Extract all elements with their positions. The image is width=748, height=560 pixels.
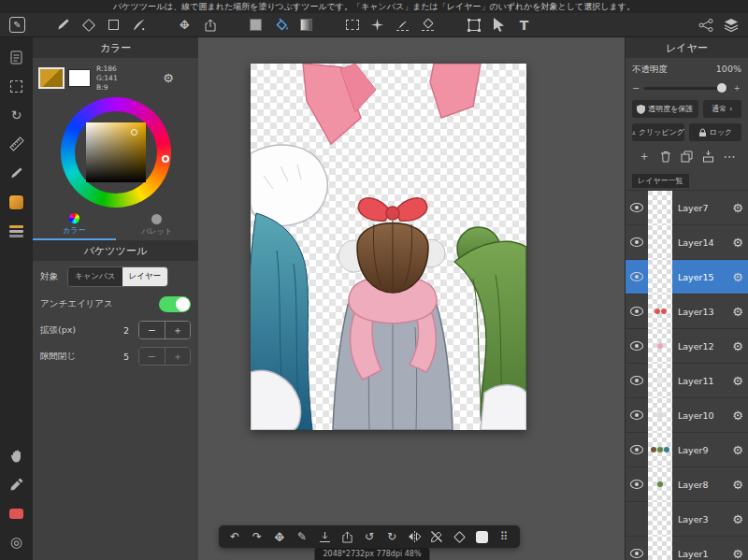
layers-panel-toggle-button[interactable] [718, 15, 743, 36]
layer-row[interactable]: Layer15 ⚙ [626, 260, 748, 294]
magic-wand-tool-button[interactable] [365, 15, 390, 36]
disable-draw-button[interactable] [425, 527, 448, 546]
layer-settings-gear-icon[interactable]: ⚙ [732, 512, 748, 526]
text-tool-button[interactable]: T [511, 15, 537, 36]
gradient-tool-button[interactable] [294, 15, 319, 36]
layer-row[interactable]: Layer10 ⚙ [626, 398, 748, 433]
eraser-tool-button[interactable] [76, 15, 101, 36]
material-panel-button[interactable] [470, 527, 493, 546]
blend-mode-button[interactable]: 通常 › [703, 100, 741, 118]
draw-pencil-button[interactable]: ✎ [291, 527, 313, 546]
select-eraser-tool-button[interactable] [415, 15, 440, 36]
select-pen-tool-button[interactable] [390, 15, 415, 36]
layer-visibility-toggle[interactable] [626, 445, 648, 454]
layer-settings-gear-icon[interactable]: ⚙ [732, 443, 748, 457]
layer-thumbnail[interactable] [648, 502, 672, 537]
saturation-value-square[interactable] [86, 122, 146, 182]
opacity-slider-thumb[interactable] [717, 83, 726, 93]
save-button[interactable] [313, 527, 336, 546]
layer-settings-gear-icon[interactable]: ⚙ [732, 305, 748, 319]
layer-thumbnail[interactable] [648, 537, 672, 560]
rotate-cw-button[interactable]: ↻ [381, 527, 403, 546]
export-share-button[interactable] [336, 527, 358, 546]
layer-row[interactable]: Layer3 ⚙ [626, 502, 748, 537]
materials-button[interactable] [6, 221, 28, 241]
fill-tool-button[interactable] [243, 15, 268, 36]
more-options-button[interactable]: ⋯ [721, 149, 738, 164]
bucket-tool-button-active[interactable] [268, 15, 294, 36]
layer-settings-gear-icon[interactable]: ⚙ [732, 409, 748, 423]
layer-row[interactable]: Layer7 ⚙ [626, 191, 748, 225]
layer-thumbnail[interactable] [648, 433, 672, 467]
merge-layer-button[interactable] [699, 149, 716, 164]
target-canvas-option[interactable]: キャンバス [68, 267, 122, 286]
duplicate-layer-button[interactable] [679, 149, 696, 164]
foreground-swatch[interactable] [40, 69, 63, 87]
pen-tool-button[interactable] [126, 15, 151, 36]
layer-thumbnail[interactable] [648, 398, 672, 433]
layer-thumbnail[interactable] [648, 294, 672, 329]
export-button[interactable] [197, 15, 223, 36]
expand-plus-button[interactable]: ＋ [165, 322, 191, 338]
layer-row[interactable]: Layer9 ⚙ [626, 433, 748, 467]
rotate-view-button[interactable]: ↻ [6, 105, 28, 125]
sv-marker[interactable] [131, 129, 137, 136]
gap-minus-button[interactable]: − [139, 348, 165, 365]
opacity-minus-button[interactable]: − [632, 83, 640, 93]
layer-row[interactable]: Layer1 ⚙ [626, 537, 748, 560]
layer-row[interactable]: Layer8 ⚙ [626, 467, 748, 502]
expand-minus-button[interactable]: − [139, 322, 165, 338]
background-swatch[interactable] [68, 69, 91, 87]
color-settings-gear-icon[interactable]: ⚙ [163, 71, 174, 85]
layer-settings-gear-icon[interactable]: ⚙ [732, 201, 748, 215]
target-layer-option[interactable]: レイヤー [122, 267, 168, 286]
layer-visibility-toggle[interactable] [626, 272, 648, 281]
transform-move-button[interactable]: ↔↕ [268, 527, 291, 546]
layer-visibility-toggle[interactable] [626, 237, 648, 247]
layer-visibility-toggle[interactable] [626, 549, 648, 558]
clear-layer-button[interactable] [448, 527, 470, 546]
layer-visibility-toggle[interactable] [626, 341, 648, 351]
layer-row[interactable]: Layer12 ⚙ [626, 329, 748, 364]
edit-pencil-button[interactable]: ✎ [5, 15, 30, 36]
layer-settings-gear-icon[interactable]: ⚙ [732, 270, 748, 284]
cursor-tool-button[interactable] [486, 15, 511, 36]
layer-settings-gear-icon[interactable]: ⚙ [732, 236, 748, 250]
transform-tool-button[interactable] [461, 15, 486, 36]
lock-button[interactable]: ロック [689, 123, 741, 141]
select-button[interactable] [6, 76, 28, 96]
opacity-slider-track[interactable] [644, 87, 727, 90]
opacity-plus-button[interactable]: ＋ [732, 81, 741, 94]
layer-visibility-toggle[interactable] [626, 203, 648, 212]
tab-palette[interactable]: パレット [116, 210, 199, 240]
layer-row[interactable]: Layer13 ⚙ [626, 294, 748, 329]
canvas[interactable] [251, 64, 526, 430]
layer-visibility-toggle[interactable] [626, 307, 648, 316]
feedback-button[interactable] [6, 503, 28, 524]
move-tool-button[interactable]: ↔↕ [172, 15, 197, 36]
eyedropper-button[interactable] [6, 474, 28, 495]
current-color-button[interactable] [6, 192, 28, 212]
flip-horizontal-button[interactable] [403, 527, 425, 546]
add-layer-button[interactable]: ＋ [636, 149, 653, 164]
clipping-button[interactable]: クリッピング [632, 123, 684, 141]
brush-tool-button[interactable] [50, 15, 76, 36]
layer-visibility-toggle[interactable] [626, 514, 648, 524]
drag-handle-button[interactable]: ⠿ [493, 527, 515, 546]
canvas-area[interactable]: ↶ ↷ ↔↕ ✎ ↺ ↻ ⠿ 2048*2732px 778dpi 48% [198, 37, 625, 560]
layer-thumbnail[interactable] [648, 191, 672, 225]
gap-plus-button[interactable]: ＋ [165, 348, 191, 365]
layer-row[interactable]: Layer14 ⚙ [626, 225, 748, 260]
rotate-ccw-button[interactable]: ↺ [358, 527, 381, 546]
layer-thumbnail[interactable] [648, 467, 672, 502]
hand-pan-button[interactable] [6, 445, 28, 466]
select-rect-tool-button[interactable] [339, 15, 365, 36]
undo-button[interactable]: ↶ [223, 527, 246, 546]
layer-thumbnail[interactable] [648, 329, 672, 364]
protect-alpha-button[interactable]: 透明度を保護 [632, 100, 698, 118]
brush-size-button[interactable]: ◎ [6, 532, 28, 553]
redo-button[interactable]: ↷ [246, 527, 268, 546]
layer-visibility-toggle[interactable] [626, 376, 648, 385]
layer-row[interactable]: Layer11 ⚙ [626, 364, 748, 398]
tab-color[interactable]: カラー [33, 210, 116, 240]
